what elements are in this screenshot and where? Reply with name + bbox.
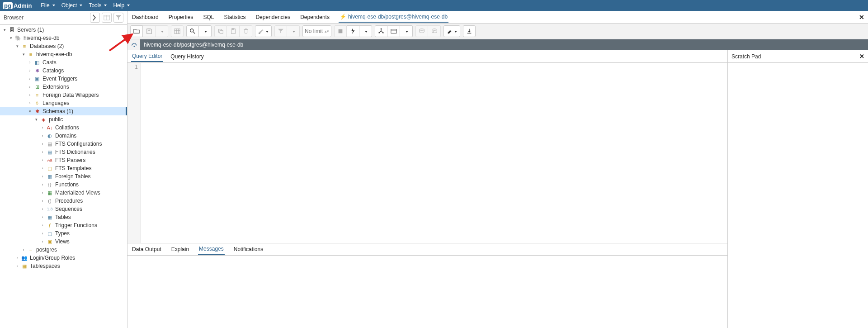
tab-dependents[interactable]: Dependents (299, 12, 330, 22)
logo-pg: pg (3, 2, 13, 9)
copy-button[interactable] (214, 25, 227, 37)
rollback-button[interactable] (428, 25, 441, 37)
menu-help[interactable]: Help (113, 2, 130, 9)
tree-postgres[interactable]: ›≡postgres (0, 246, 127, 254)
download-button[interactable] (463, 25, 476, 37)
find-button[interactable] (186, 25, 199, 37)
tab-explain[interactable]: Explain (170, 244, 190, 254)
tab-dashboard[interactable]: Dashboard (131, 12, 160, 22)
servers-icon: 🗄 (8, 26, 15, 33)
tree-fts-dict[interactable]: ›▤FTS Dictionaries (0, 148, 127, 156)
functions-icon: {} (46, 181, 53, 188)
tree-databases[interactable]: ▾≡Databases (2) (0, 42, 127, 50)
views-icon: ▣ (46, 238, 53, 245)
menu-file[interactable]: File (41, 2, 55, 9)
tab-close-button[interactable]: ✕ (859, 14, 864, 21)
tree-tablespaces[interactable]: ›▦Tablespaces (0, 262, 127, 270)
code-editor[interactable]: 1 (127, 63, 727, 243)
tree-server[interactable]: ▾🐘hivemq-ese-db (0, 34, 127, 42)
paste-button[interactable] (227, 25, 240, 37)
tab-dependencies[interactable]: Dependencies (255, 12, 291, 22)
svg-rect-11 (220, 30, 223, 33)
save-file-button[interactable] (143, 25, 156, 37)
tree-fts-templates[interactable]: ›▢FTS Templates (0, 164, 127, 172)
clear-button[interactable] (443, 25, 460, 37)
tab-notifications[interactable]: Notifications (233, 244, 264, 254)
tree-servers[interactable]: ▾🗄Servers (1) (0, 26, 127, 34)
tree-extensions[interactable]: ›⊞Extensions (0, 83, 127, 91)
tab-query-editor[interactable]: Query Editor (131, 51, 163, 62)
scratch-title: Scratch Pad (731, 53, 761, 60)
connection-status-button[interactable] (127, 39, 140, 50)
tree-catalogs[interactable]: ›✱Catalogs (0, 67, 127, 75)
code-body[interactable] (141, 63, 727, 243)
connection-bar: hivemq-ese-db/postgres@hivemq-ese-db (127, 39, 868, 50)
filter-dropdown[interactable] (287, 25, 300, 37)
tree-tables[interactable]: ›▦Tables (0, 213, 127, 221)
tree-fdw[interactable]: ›≡Foreign Data Wrappers (0, 91, 127, 99)
tree-foreign-tables[interactable]: ›▦Foreign Tables (0, 172, 127, 181)
tree-functions[interactable]: ›{}Functions (0, 181, 127, 189)
tree-types[interactable]: ›▢Types (0, 229, 127, 238)
menu-object[interactable]: Object (61, 2, 83, 9)
tab-messages[interactable]: Messages (198, 244, 225, 255)
tab-sql[interactable]: SQL (202, 12, 215, 22)
row-limit-select[interactable]: No limit▴▾ (302, 25, 331, 37)
save-dropdown[interactable] (156, 25, 168, 37)
tree-views[interactable]: ›▣Views (0, 238, 127, 246)
filter-rows-button[interactable] (274, 25, 287, 37)
tree-fts-conf[interactable]: ›▤FTS Configurations (0, 140, 127, 148)
scratch-pad: Scratch Pad ✕ (728, 50, 868, 328)
browser-header: Browser (0, 11, 127, 25)
object-tree[interactable]: ▾🗄Servers (1) ▾🐘hivemq-ese-db ▾≡Database… (0, 25, 127, 328)
tree-login-roles[interactable]: ›👥Login/Group Roles (0, 254, 127, 262)
trigger-funcs-icon: ƒ (46, 222, 53, 229)
open-file-button[interactable] (130, 25, 143, 37)
tab-query-history[interactable]: Query History (170, 52, 204, 62)
tree-schemas[interactable]: ▾✱Schemas (1) (0, 107, 127, 115)
app-logo: pg Admin (3, 2, 32, 9)
tab-statistics[interactable]: Statistics (223, 12, 246, 22)
tree-event-triggers[interactable]: ›▣Event Triggers (0, 75, 127, 83)
tab-properties[interactable]: Properties (168, 12, 194, 22)
explain-dropdown[interactable] (400, 25, 413, 37)
tree-domains[interactable]: ›◐Domains (0, 132, 127, 140)
tree-public[interactable]: ▾◈public (0, 115, 127, 124)
commit-button[interactable] (415, 25, 428, 37)
tree-fts-parsers[interactable]: ›AaFTS Parsers (0, 156, 127, 164)
tab-query-tool[interactable]: ⚡hivemq-ese-db/postgres@hivemq-ese-db (339, 12, 448, 23)
tree-mat-views[interactable]: ›▦Materialized Views (0, 189, 127, 197)
filter-button[interactable] (113, 13, 123, 23)
svg-rect-14 (339, 29, 343, 33)
tree-languages[interactable]: ›◊Languages (0, 99, 127, 107)
tab-data-output[interactable]: Data Output (131, 244, 162, 254)
tree-db[interactable]: ▾≡hivemq-ese-db (0, 50, 127, 58)
tree-sequences[interactable]: ›1.3Sequences (0, 205, 127, 213)
tree-casts[interactable]: ›◧Casts (0, 58, 127, 67)
execute-dropdown[interactable] (359, 25, 372, 37)
sequences-icon: 1.3 (46, 205, 53, 213)
types-icon: ▢ (46, 230, 53, 237)
scratch-close-button[interactable]: ✕ (859, 53, 864, 60)
output-tabs: Data Output Explain Messages Notificatio… (127, 243, 727, 256)
edit-grid-button[interactable] (171, 25, 184, 37)
tree-collations[interactable]: ›A↓Collations (0, 124, 127, 132)
edit-button[interactable] (255, 25, 272, 37)
execute-button[interactable] (347, 25, 359, 37)
delete-button[interactable] (240, 25, 252, 37)
tree-procedures[interactable]: ›()Procedures (0, 197, 127, 205)
view-data-button[interactable] (102, 13, 112, 23)
svg-line-9 (193, 32, 195, 33)
event-triggers-icon: ▣ (33, 75, 41, 82)
menu-tools[interactable]: Tools (89, 2, 107, 9)
scratch-body[interactable] (728, 63, 868, 328)
stop-button[interactable] (334, 25, 347, 37)
explain-button[interactable] (375, 25, 387, 37)
query-tool-button[interactable] (90, 13, 100, 23)
svg-point-17 (382, 32, 384, 33)
tree-trigger-funcs[interactable]: ›ƒTrigger Functions (0, 221, 127, 229)
extensions-icon: ⊞ (33, 83, 41, 90)
find-dropdown[interactable] (199, 25, 212, 37)
explain-analyze-button[interactable] (387, 25, 400, 37)
svg-point-20 (420, 29, 425, 31)
